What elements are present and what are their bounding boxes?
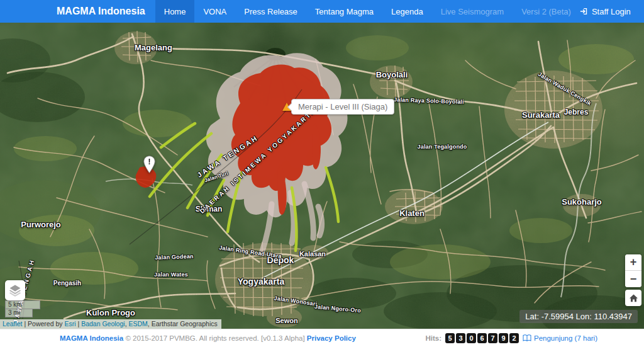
hits-counter: Hits: 5 3 0 6 7 9 2 Pengunjung (7 hari) <box>425 333 597 343</box>
footer: MAGMA Indonesia © 2015-2017 PVMBG. All r… <box>0 329 644 347</box>
warning-pin-marker[interactable]: ! <box>143 156 155 174</box>
footer-copyright: MAGMA Indonesia © 2015-2017 PVMBG. All r… <box>60 334 356 342</box>
hits-digit: 7 <box>488 333 497 343</box>
hits-digits: 5 3 0 6 7 9 2 <box>445 333 519 343</box>
scale-control: 5 km 3 mi <box>5 300 40 317</box>
nav-item-versi-2[interactable]: Versi 2 (Beta) <box>513 0 580 23</box>
zoom-control: + − <box>625 254 641 287</box>
map-canvas <box>0 23 644 329</box>
attribution-earthstar: Earthstar Geographics <box>152 320 218 327</box>
layers-icon <box>8 283 22 297</box>
scale-km: 5 km <box>5 300 40 309</box>
nav-item-live-seismogram[interactable]: Live Seismogram <box>432 0 513 23</box>
map[interactable]: Magelang Boyolali Surakarta Jebres Sukoh… <box>0 23 644 329</box>
hits-digit: 2 <box>509 333 519 343</box>
pin-exclamation-glyph: ! <box>148 157 151 166</box>
visitors-link[interactable]: Pengunjung (7 hari) <box>523 334 597 342</box>
nav-item-legenda[interactable]: Legenda <box>382 0 432 23</box>
book-icon <box>523 334 531 342</box>
visitors-label: Pengunjung (7 hari) <box>534 334 597 342</box>
nav-item-home[interactable]: Home <box>155 0 195 23</box>
map-attribution: Leaflet | Powered by Esri | Badan Geolog… <box>0 319 221 329</box>
home-icon <box>629 293 638 303</box>
hits-digit: 9 <box>499 333 508 343</box>
attribution-comma: , <box>125 320 127 327</box>
coordinates-readout: Lat: -7.59954 Lon: 110.43947 <box>519 310 638 323</box>
zoom-out-button[interactable]: − <box>625 271 641 287</box>
footer-copyright-text: © 2015-2017 PVMBG. All rights reserved. … <box>125 334 304 342</box>
nav-item-vona[interactable]: VONA <box>194 0 235 23</box>
attribution-separator: | <box>24 320 26 327</box>
brand-link[interactable]: MAGMA Indonesia <box>57 0 145 23</box>
attribution-powered-by: Powered by <box>28 320 62 327</box>
hits-digit: 0 <box>467 333 476 343</box>
privacy-policy-link[interactable]: Privacy Policy <box>307 334 356 342</box>
esdm-link[interactable]: ESDM <box>128 320 147 327</box>
hits-digit: 3 <box>456 333 465 343</box>
navbar: MAGMA Indonesia Home VONA Press Release … <box>0 0 644 23</box>
home-button[interactable] <box>625 290 641 306</box>
nav-item-press-release[interactable]: Press Release <box>235 0 306 23</box>
merapi-tooltip: Merapi - Level III (Siaga) <box>291 99 394 115</box>
nav-items: Home VONA Press Release Tentang Magma Le… <box>155 0 580 23</box>
scale-mi: 3 mi <box>5 309 33 317</box>
esri-link[interactable]: Esri <box>64 320 75 327</box>
tooltip-text: Merapi - Level III (Siaga) <box>298 102 387 111</box>
footer-brand-link[interactable]: MAGMA Indonesia <box>60 334 123 342</box>
hits-label: Hits: <box>425 334 441 342</box>
badan-geologi-link[interactable]: Badan Geologi <box>81 320 125 327</box>
attribution-comma-2: , <box>148 320 150 327</box>
staff-login-label: Staff Login <box>592 7 631 16</box>
nav-item-tentang-magma[interactable]: Tentang Magma <box>306 0 382 23</box>
hits-digit: 6 <box>477 333 487 343</box>
sign-in-icon <box>580 7 589 16</box>
zoom-in-button[interactable]: + <box>625 254 641 271</box>
staff-login-link[interactable]: Staff Login <box>580 0 631 23</box>
attribution-separator-2: | <box>78 320 80 327</box>
hits-digit: 5 <box>445 333 455 343</box>
leaflet-link[interactable]: Leaflet <box>3 320 23 327</box>
layers-control-button[interactable] <box>5 280 25 300</box>
